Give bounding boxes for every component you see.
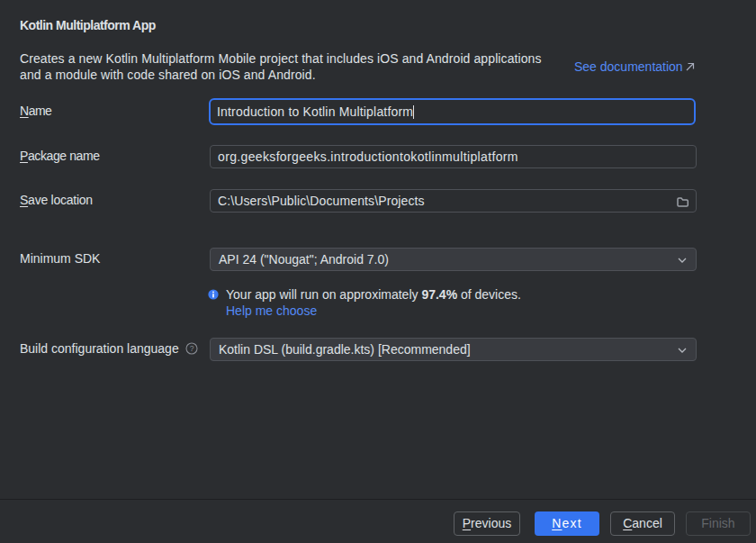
svg-text:?: ?: [189, 344, 194, 353]
